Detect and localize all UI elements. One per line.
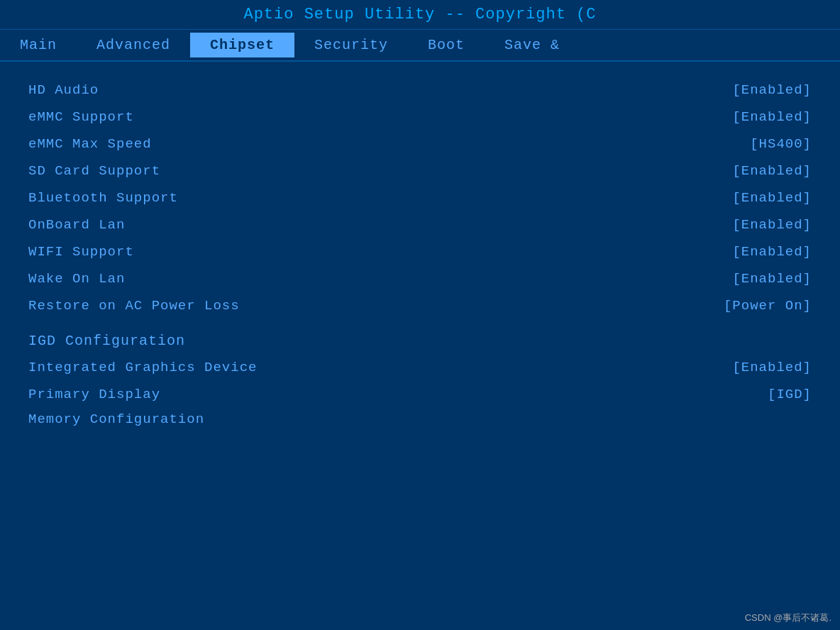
- content-area: HD Audio[Enabled]eMMC Support[Enabled]eM…: [0, 62, 840, 630]
- setting-value: [Enabled]: [732, 109, 812, 125]
- tab-chipset[interactable]: Chipset: [190, 33, 294, 57]
- setting-row[interactable]: Bluetooth Support[Enabled]: [21, 185, 819, 211]
- main-settings-section: HD Audio[Enabled]eMMC Support[Enabled]eM…: [21, 77, 819, 319]
- bios-container: Aptio Setup Utility -- Copyright (C Main…: [0, 0, 840, 630]
- igd-setting-value: [Enabled]: [732, 360, 812, 375]
- igd-section: IGD Configuration Integrated Graphics De…: [21, 320, 819, 407]
- igd-setting-label: Integrated Graphics Device: [28, 360, 257, 375]
- igd-setting-value: [IGD]: [768, 387, 812, 402]
- setting-label: SD Card Support: [28, 163, 160, 179]
- setting-label: HD Audio: [28, 82, 99, 98]
- setting-row[interactable]: OnBoard Lan[Enabled]: [21, 212, 819, 238]
- setting-row[interactable]: eMMC Max Speed[HS400]: [21, 131, 819, 157]
- setting-value: [Enabled]: [732, 244, 812, 260]
- setting-row[interactable]: HD Audio[Enabled]: [21, 77, 819, 103]
- setting-label: eMMC Support: [28, 109, 134, 125]
- setting-row[interactable]: SD Card Support[Enabled]: [21, 158, 819, 184]
- tab-main[interactable]: Main: [0, 33, 77, 57]
- setting-label: Bluetooth Support: [28, 190, 178, 206]
- watermark: CSDN @事后不诸葛.: [745, 612, 831, 624]
- setting-value: [Enabled]: [732, 82, 812, 98]
- setting-label: Restore on AC Power Loss: [28, 298, 240, 314]
- setting-value: [Enabled]: [732, 163, 812, 179]
- igd-setting-label: Primary Display: [28, 387, 160, 402]
- memory-config-section: Memory Configuration: [21, 409, 819, 430]
- setting-row[interactable]: Restore on AC Power Loss[Power On]: [21, 293, 819, 319]
- setting-row[interactable]: eMMC Support[Enabled]: [21, 104, 819, 130]
- nav-bar: Main Advanced Chipset Security Boot Save…: [0, 30, 840, 62]
- tab-save[interactable]: Save &: [485, 33, 580, 57]
- title-bar: Aptio Setup Utility -- Copyright (C: [0, 0, 840, 30]
- setting-row[interactable]: Wake On Lan[Enabled]: [21, 266, 819, 292]
- setting-row[interactable]: WIFI Support[Enabled]: [21, 239, 819, 265]
- setting-value: [Enabled]: [732, 271, 812, 287]
- setting-label: OnBoard Lan: [28, 217, 125, 233]
- tab-boot[interactable]: Boot: [408, 33, 485, 57]
- igd-header: IGD Configuration: [21, 320, 819, 353]
- setting-value: [Power On]: [724, 298, 812, 314]
- setting-label: Wake On Lan: [28, 271, 125, 287]
- setting-value: [Enabled]: [732, 217, 812, 233]
- tab-security[interactable]: Security: [294, 33, 408, 57]
- title-text: Aptio Setup Utility -- Copyright (C: [243, 6, 596, 23]
- tab-advanced[interactable]: Advanced: [77, 33, 190, 57]
- memory-config-label: Memory Configuration: [28, 411, 204, 427]
- setting-label: eMMC Max Speed: [28, 136, 152, 152]
- igd-setting-row[interactable]: Primary Display[IGD]: [21, 382, 819, 407]
- setting-value: [HS400]: [750, 136, 812, 152]
- setting-label: WIFI Support: [28, 244, 134, 260]
- igd-setting-row[interactable]: Integrated Graphics Device[Enabled]: [21, 355, 819, 380]
- setting-value: [Enabled]: [732, 190, 812, 206]
